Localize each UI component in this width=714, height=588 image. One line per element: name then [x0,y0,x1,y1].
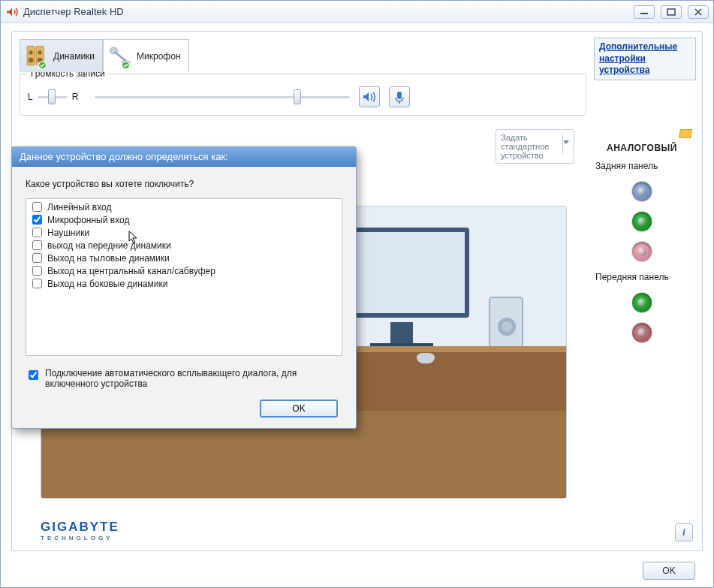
jack-back-pink[interactable] [632,242,652,261]
dialog-ok-label: OK [292,403,305,414]
default-device-line3: устройство [501,151,560,160]
illus-speaker [489,297,523,349]
chevron-down-icon [563,140,569,144]
tab-speakers-label: Динамики [53,51,95,62]
jack-front-green[interactable] [632,293,652,312]
illus-mouse [417,353,435,363]
maximize-icon [667,8,676,16]
recording-volume-group: Громкость записи L R [20,74,586,116]
tab-speakers[interactable]: Динамики [20,39,103,72]
brand-logo: GIGABYTE TECHNOLOGY [41,520,119,541]
svg-point-4 [29,50,33,54]
balance-slider[interactable]: L R [28,91,78,103]
close-button[interactable] [688,5,709,19]
default-device-line1: Задать [501,133,560,142]
svg-point-5 [29,57,34,62]
auto-popup-label[interactable]: Подключение автоматического всплывающего… [45,368,315,389]
device-option[interactable]: Выход на тыловые динамики [29,252,339,264]
device-option-label: Выход на боковые динамики [47,279,167,289]
jack-back-green[interactable] [632,212,652,231]
device-type-list: Линейный входМикрофонный входНаушникивых… [26,198,342,356]
mute-record-button[interactable] [389,86,410,107]
device-option[interactable]: Выход на центральный канал/сабвуфер [29,264,339,277]
svg-rect-12 [397,92,402,99]
device-option-checkbox[interactable] [32,215,42,225]
device-option-checkbox[interactable] [32,228,42,237]
balance-left-label: L [28,92,33,102]
device-option-label: выход на передние динамики [47,240,171,251]
device-option[interactable]: Выход на боковые динамики [29,277,339,290]
analog-title: АНАЛОГОВЫЙ [589,143,694,153]
minimize-button[interactable] [634,5,655,19]
dialog-ok-button[interactable]: OK [260,400,338,418]
device-option[interactable]: Микрофонный вход [29,213,339,226]
svg-rect-1 [667,9,675,15]
device-option-checkbox[interactable] [32,253,42,263]
ok-button[interactable]: OK [643,562,695,580]
balance-right-label: R [72,92,79,102]
device-option[interactable]: Линейный вход [29,201,339,213]
device-option-checkbox[interactable] [32,202,42,212]
jack-front-red[interactable] [632,323,652,342]
dialog-title: Данное устройство должно определяться ка… [12,147,356,167]
svg-rect-0 [640,13,648,14]
speaker-sound-icon [362,89,377,104]
default-device-dropdown[interactable]: Задать стандартное устройство [496,129,574,164]
dialog-question: Какое устройство вы хотете поключить? [26,179,342,189]
advanced-settings-panel: Дополнительные настройки устройства [594,38,696,80]
analog-panel: АНАЛОГОВЫЙ Задняя панель Передняя панель [589,122,694,353]
info-icon: i [682,527,685,538]
microphone-icon [107,44,132,69]
svg-point-6 [38,50,42,54]
device-option-label: Выход на тыловые динамики [47,253,170,264]
jack-back-blue[interactable] [632,182,652,201]
window-title: Диспетчер Realtek HD [23,6,634,17]
device-option-label: Микрофонный вход [47,215,129,225]
auto-popup-checkbox[interactable] [29,370,38,380]
recording-volume-slider[interactable] [95,91,350,103]
maximize-button[interactable] [661,5,682,19]
speakers-icon [23,44,49,69]
default-device-line2: стандартное [501,142,560,151]
ok-label: OK [662,565,675,576]
device-option-label: Линейный вход [47,202,112,213]
brand-name: GIGABYTE [41,520,119,534]
close-icon [694,8,703,16]
minimize-icon [640,9,649,15]
back-panel-label: Задняя панель [595,161,694,171]
titlebar: Диспетчер Realtek HD [1,1,713,23]
device-option[interactable]: выход на передние динамики [29,239,339,252]
info-button[interactable]: i [675,523,693,541]
app-window: Диспетчер Realtek HD [0,0,714,588]
flag-icon [679,129,692,138]
mute-playback-button[interactable] [359,86,380,107]
device-option[interactable]: Наушники [29,226,339,239]
brand-tagline: TECHNOLOGY [41,535,119,541]
device-option-checkbox[interactable] [32,240,42,250]
tab-microphone-label: Микрофон [137,51,180,62]
front-panel-label: Передняя панель [595,272,694,282]
mic-mute-icon [392,89,407,104]
app-icon [5,5,19,19]
tab-microphone[interactable]: Микрофон [103,39,188,72]
device-option-label: Выход на центральный канал/сабвуфер [47,266,215,276]
advanced-settings-link[interactable]: Дополнительные настройки устройства [599,41,677,75]
device-option-checkbox[interactable] [32,266,42,276]
device-option-checkbox[interactable] [32,279,42,288]
device-option-label: Наушники [47,228,89,238]
device-type-dialog: Данное устройство должно определяться ка… [11,146,357,429]
